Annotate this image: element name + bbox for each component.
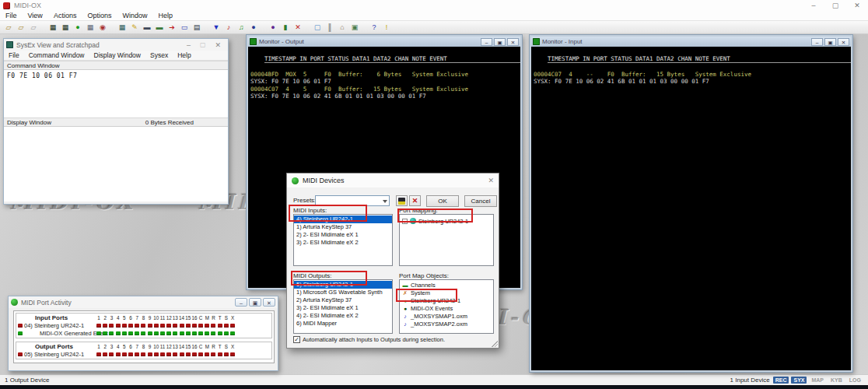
ok-button[interactable]: OK xyxy=(426,195,459,207)
menu-item-view[interactable]: View xyxy=(23,11,48,21)
port-activity-icon[interactable]: ● xyxy=(72,22,83,33)
save-file-icon[interactable]: ▱ xyxy=(28,22,39,33)
midi-data-in-icon[interactable]: ♪ xyxy=(223,22,234,33)
instrument-panel-icon[interactable]: ▬ xyxy=(142,22,152,33)
close-button[interactable]: ✕ xyxy=(215,41,221,49)
port-mapping-tree[interactable]: + Steinberg UR242-1 xyxy=(399,214,494,266)
minimize-button[interactable]: – xyxy=(803,0,824,11)
bars-icon[interactable]: ║ xyxy=(324,22,335,33)
minimize-button[interactable]: – xyxy=(481,38,492,46)
tree-expand-icon[interactable]: + xyxy=(402,219,408,224)
midi-input-item[interactable]: 2) 2- ESI Midimate eX 1 xyxy=(294,231,392,239)
port-map-object-item[interactable]: ✗System xyxy=(400,289,493,296)
presets-combobox[interactable] xyxy=(315,195,390,206)
status-badge-map[interactable]: MAP xyxy=(809,377,826,384)
port-map-object-item[interactable]: ●MIDI-OX Events xyxy=(400,304,493,312)
dialog-titlebar[interactable]: MIDI Devices ✕ xyxy=(287,173,499,187)
minimize-button[interactable]: – xyxy=(187,41,191,49)
main-titlebar[interactable]: MIDI-OX – ▢ ✕ xyxy=(0,0,868,11)
midi-output-item[interactable]: 4) 2- ESI Midimate eX 2 xyxy=(294,312,392,320)
patch-bay-icon[interactable]: ➔ xyxy=(166,22,177,33)
close-button[interactable]: ✕ xyxy=(846,0,868,11)
delete-x-icon[interactable]: ✕ xyxy=(292,22,303,33)
close-button[interactable]: ✕ xyxy=(263,298,275,307)
panic-icon[interactable]: ◉ xyxy=(97,22,108,33)
channel-column-label: 9 xyxy=(147,344,153,349)
port-map-object-item[interactable]: ●Steinberg UR242-1 xyxy=(400,296,493,304)
bank-icon[interactable]: ⌂ xyxy=(337,22,348,33)
help-icon[interactable]: ? xyxy=(369,22,380,33)
minimize-button[interactable]: – xyxy=(235,298,247,307)
midi-inputs-listbox[interactable]: 4) Steinberg UR242-11) Arturia KeyStep 3… xyxy=(293,214,393,266)
port-mapping-item[interactable]: + Steinberg UR242-1 xyxy=(400,216,493,225)
menu-item-window[interactable]: Window xyxy=(117,11,152,21)
menu-item-help[interactable]: Help xyxy=(152,11,178,21)
midi-input-item[interactable]: 1) Arturia KeyStep 37 xyxy=(294,223,392,231)
monitor-output-titlebar[interactable]: Monitor - Output – ▣ ✕ xyxy=(248,37,520,47)
midi-input-item[interactable]: 3) 2- ESI Midimate eX 2 xyxy=(294,239,392,247)
command-window-editor[interactable]: F0 7E 10 06 01 F7 xyxy=(4,70,228,117)
channel-activity-led xyxy=(173,331,177,335)
traffic-light-icon[interactable]: ▮ xyxy=(280,22,291,33)
piano-keyboard-icon[interactable]: ▤ xyxy=(191,22,202,33)
menu-item-options[interactable]: Options xyxy=(82,11,117,21)
minimize-button[interactable]: – xyxy=(811,38,823,46)
cancel-button[interactable]: Cancel xyxy=(464,195,497,207)
monitor-input-log[interactable]: TIMESTAMP IN PORT STATUS DATA1 DATA2 CHA… xyxy=(531,47,851,370)
sysex-menu-item-help[interactable]: Help xyxy=(173,51,195,59)
port-map-object-item[interactable]: ♪_MOXSYSMAP2.oxm xyxy=(400,320,493,328)
instrument-panel-2-icon[interactable]: ▬ xyxy=(154,22,165,33)
port-routing-icon[interactable]: ▦ xyxy=(117,22,128,33)
midi-devices-icon[interactable]: ▦ xyxy=(85,22,96,33)
sysex-menu-item-file[interactable]: File xyxy=(4,51,24,59)
port-map-object-item[interactable]: ▬Channels xyxy=(400,281,493,289)
ball-icon[interactable]: ● xyxy=(268,22,278,33)
display-window-area[interactable] xyxy=(4,127,228,202)
open-sysex-icon[interactable]: ▱ xyxy=(3,22,14,33)
edit-sysex-icon[interactable]: ✎ xyxy=(129,22,140,33)
midi-input-item[interactable]: 4) Steinberg UR242-1 xyxy=(294,216,392,223)
sysex-menu-item-command-window[interactable]: Command Window xyxy=(24,51,89,59)
midi-output-item[interactable]: 3) 2- ESI Midimate eX 1 xyxy=(294,304,392,312)
close-button[interactable]: ✕ xyxy=(838,38,849,46)
midi-notes-icon[interactable]: ♫ xyxy=(236,22,247,33)
status-badge-log[interactable]: LOG xyxy=(847,377,863,384)
monitor-input-icon[interactable]: ▦ xyxy=(60,22,71,33)
maximize-button[interactable]: ▣ xyxy=(249,298,261,307)
delete-preset-button[interactable]: ✕ xyxy=(409,195,421,206)
midi-output-item[interactable]: 5) Steinberg UR242-1 xyxy=(294,281,392,289)
midi-output-item[interactable]: 1) Microsoft GS Wavetable Synth xyxy=(294,289,392,296)
port-activity-titlebar[interactable]: MIDI Port Activity – ▣ ✕ xyxy=(9,296,278,308)
auto-attach-checkbox[interactable]: ✓ xyxy=(293,336,300,343)
maximize-button[interactable]: ▣ xyxy=(824,38,836,46)
status-badge-rec[interactable]: REC xyxy=(773,377,789,384)
sysex-menu-item-display-window[interactable]: Display Window xyxy=(89,51,145,59)
menu-item-file[interactable]: File xyxy=(0,11,23,21)
sysex-menu-item-sysex[interactable]: Sysex xyxy=(145,51,173,59)
midi-output-item[interactable]: 6) MIDI Mapper xyxy=(294,320,392,328)
monitor-input-titlebar[interactable]: Monitor - Input – ▣ ✕ xyxy=(531,37,851,47)
save-preset-button[interactable] xyxy=(396,195,408,206)
status-badge-kyb[interactable]: KYB xyxy=(828,377,845,384)
world-icon[interactable]: ● xyxy=(248,22,259,33)
maximize-button[interactable]: ▣ xyxy=(494,38,506,46)
sysex-titlebar[interactable]: SysEx View and Scratchpad – ▢ ✕ xyxy=(4,39,228,51)
monitor-output-icon[interactable]: ▦ xyxy=(47,22,58,33)
midi-output-item[interactable]: 2) Arturia KeyStep 37 xyxy=(294,296,392,304)
resize-grip[interactable] xyxy=(492,341,498,347)
port-map-object-item[interactable]: ♪_MOXSYSMAP1.oxm xyxy=(400,312,493,320)
maximize-button[interactable]: ▢ xyxy=(200,41,206,49)
close-button[interactable]: ✕ xyxy=(507,38,519,46)
about-icon[interactable]: ! xyxy=(381,22,392,33)
port-map-objects-list[interactable]: ▬Channels✗System●Steinberg UR242-1●MIDI-… xyxy=(399,279,494,334)
maximize-button[interactable]: ▢ xyxy=(824,0,846,11)
data-display-icon[interactable]: ▭ xyxy=(179,22,190,33)
close-icon[interactable]: ✕ xyxy=(488,177,494,184)
status-badge-syx[interactable]: SYX xyxy=(791,377,807,384)
window-layout-icon[interactable]: ▢ xyxy=(312,22,323,33)
config-icon[interactable]: ▣ xyxy=(349,22,360,33)
menu-item-actions[interactable]: Actions xyxy=(48,11,82,21)
midi-outputs-listbox[interactable]: 5) Steinberg UR242-11) Microsoft GS Wave… xyxy=(293,279,393,334)
open-midi-file-icon[interactable]: ▱ xyxy=(16,22,26,33)
filter-icon[interactable]: ▼ xyxy=(211,22,222,33)
